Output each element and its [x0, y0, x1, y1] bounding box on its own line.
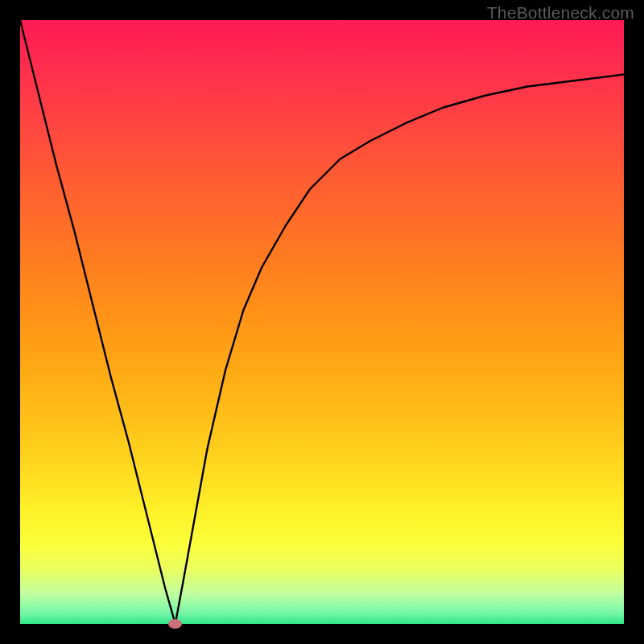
watermark-text: TheBottleneck.com: [487, 3, 634, 23]
plot-area: [20, 20, 624, 624]
curve-line: [20, 20, 624, 624]
minimum-marker: [168, 619, 182, 629]
